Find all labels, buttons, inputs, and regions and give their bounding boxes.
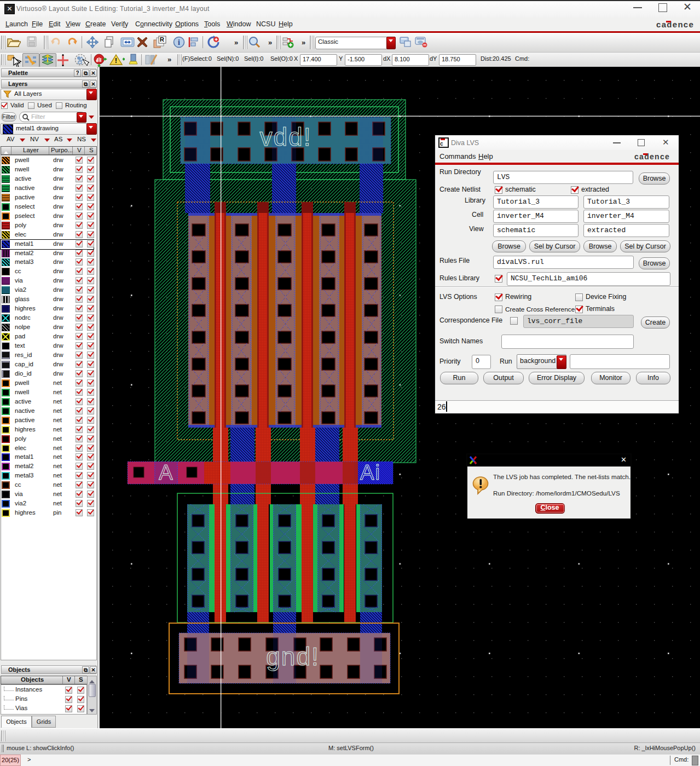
svg-text:A: A [159, 461, 173, 484]
svg-text:!: ! [115, 56, 117, 65]
svg-text:Ai: Ai [360, 461, 381, 484]
svg-text:R: R [160, 36, 164, 43]
svg-text:i: i [178, 38, 180, 47]
svg-text:vdd!: vdd! [260, 123, 312, 151]
svg-text:gnd!: gnd! [266, 642, 320, 671]
